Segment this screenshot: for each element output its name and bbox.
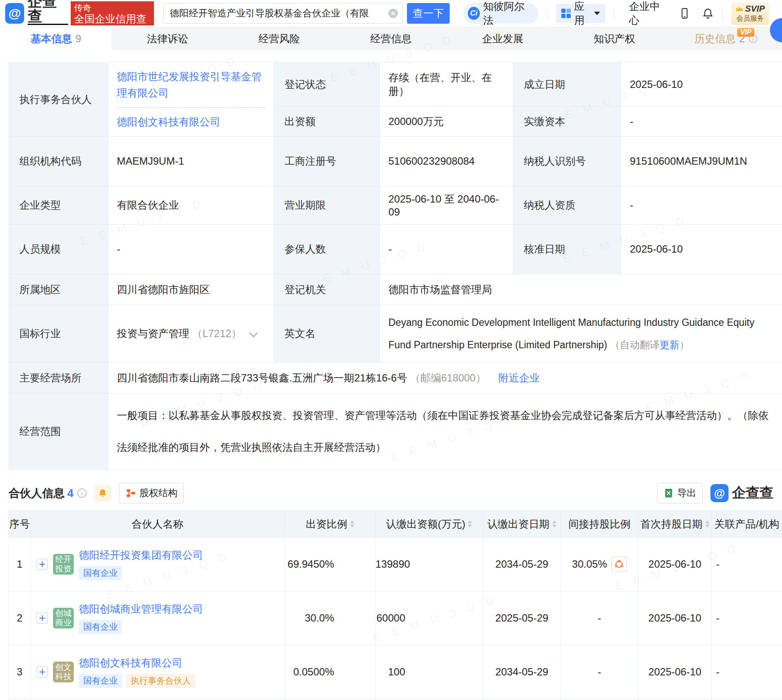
- enterprise-center-link[interactable]: 企业中心: [629, 0, 667, 27]
- apps-dropdown[interactable]: 应用: [556, 4, 605, 23]
- tax-id-label: 纳税人识别号: [513, 137, 621, 186]
- establish-date-label: 成立日期: [513, 62, 621, 106]
- svip-member-service[interactable]: SVIP 会员服务: [731, 2, 769, 25]
- divider: [614, 7, 614, 19]
- expand-plus-icon[interactable]: [37, 666, 48, 678]
- taxpayer-qual-value: -: [621, 186, 782, 225]
- tab-development[interactable]: 企业发展: [447, 27, 559, 50]
- industry-code: （L7212）: [192, 328, 242, 339]
- tab-count: 9: [75, 33, 81, 45]
- translate-update-link[interactable]: 更新: [660, 339, 679, 350]
- clear-search-icon[interactable]: [388, 9, 398, 18]
- exec-partner-link-1[interactable]: 德阳市世纪发展投资引导基金管理有限公司: [117, 69, 265, 101]
- related-value: -: [712, 591, 782, 645]
- tab-basic-info[interactable]: 基本信息 9: [0, 27, 112, 50]
- tab-intellectual-property[interactable]: 知识产权: [559, 27, 670, 50]
- partner-company-link[interactable]: 德阳创文科技有限公司: [79, 656, 182, 669]
- expand-plus-icon[interactable]: [37, 559, 48, 570]
- company-type-value: 有限合伙企业: [108, 186, 274, 225]
- partner-company-link[interactable]: 德阳创城商业管理有限公司: [79, 603, 203, 616]
- state-owned-tag: 国有企业: [79, 674, 122, 688]
- vip-badge: VIP: [737, 28, 754, 37]
- excel-icon: [663, 488, 674, 498]
- zhibi-alpha-link[interactable]: Ci 知彼阿尔法: [463, 3, 538, 24]
- chevron-down-icon[interactable]: [249, 328, 258, 341]
- business-term-value: 2025-06-10 至 2040-06-09: [380, 186, 513, 225]
- first-date-value: 2025-06-10: [638, 591, 712, 645]
- search-button[interactable]: 查一下: [407, 3, 450, 24]
- svip-label: SVIP: [745, 4, 765, 14]
- first-date-value: 2025-06-10: [638, 645, 712, 699]
- ratio-value: 0.0500%: [285, 645, 375, 699]
- export-label: 导出: [677, 487, 696, 500]
- top-header: @ 企查查 Qcc.com 传奇 全国企业信用查询 查一下 Ci 知彼阿尔法 应…: [0, 0, 782, 27]
- state-owned-tag: 国有企业: [79, 620, 122, 634]
- english-name-label: 英文名: [274, 305, 380, 362]
- expand-plus-icon[interactable]: [37, 612, 48, 624]
- row-seq: 1: [9, 538, 31, 591]
- business-scope-value: 一般项目：以私募基金从事股权投资、投资管理、资产管理等活动（须在中国证券投资基金…: [117, 400, 773, 463]
- export-button[interactable]: 导出: [657, 483, 703, 503]
- avatar-line2: 科技: [55, 672, 72, 681]
- executive-partner-tag: 执行事务合伙人: [126, 674, 195, 688]
- reg-status-label: 登记状态: [274, 62, 380, 106]
- avatar: 经开投资: [53, 554, 74, 575]
- subscribe-bell-button[interactable]: [94, 484, 111, 502]
- notification-bell-icon[interactable]: [702, 7, 714, 19]
- tab-operating-info[interactable]: 经营信息: [335, 27, 447, 50]
- sort-icon[interactable]: [468, 520, 472, 528]
- table-row: 3 创文科技 德阳创文科技有限公司 国有企业 执行事务合伙人 0.0500% 1…: [9, 645, 782, 699]
- tab-history[interactable]: 历史信息 2 VIP: [670, 27, 782, 50]
- subscribe-date-value: 2034-05-29: [483, 645, 561, 699]
- tab-operating-risk[interactable]: 经营风险: [223, 27, 335, 50]
- tab-legal[interactable]: 法律诉讼: [112, 27, 223, 50]
- col-label: 出资比例: [306, 517, 347, 531]
- col-label: 认缴出资日期: [488, 517, 550, 531]
- state-owned-tag: 国有企业: [79, 566, 122, 580]
- divider: [723, 7, 723, 19]
- org-chart-icon: [125, 488, 136, 498]
- qcc-brand-watermark: @ 企查查: [710, 484, 773, 503]
- col-related: 关联产品/机构: [712, 511, 782, 538]
- business-term-label: 营业期限: [274, 186, 380, 225]
- amount-value: 139890: [375, 538, 483, 591]
- table-row: 2 创城商业 德阳创城商业管理有限公司 国有企业 30.0% 60000 202…: [9, 591, 782, 645]
- divider: [117, 107, 265, 108]
- capital-value: 200000万元: [380, 106, 513, 137]
- equity-structure-button[interactable]: 股权结构: [119, 483, 184, 503]
- sort-icon[interactable]: [552, 520, 557, 528]
- address-value: 四川省德阳市泰山南路二段733号银鑫.五洲广场一期21栋16-6号: [117, 372, 407, 384]
- partner-company-link[interactable]: 德阳经开投资集团有限公司: [79, 549, 203, 562]
- mobile-app-icon[interactable]: [679, 7, 691, 19]
- ratio-value: 30.0%: [285, 591, 375, 645]
- exec-partner-link-2[interactable]: 德阳创文科技有限公司: [117, 114, 265, 130]
- indirect-ratio-value: -: [561, 645, 638, 699]
- staff-size-value: -: [108, 225, 274, 274]
- sort-icon[interactable]: [350, 520, 354, 528]
- related-value: -: [712, 645, 782, 699]
- indirect-ratio-value: 30.05%: [572, 558, 607, 570]
- approval-date-label: 核准日期: [513, 225, 621, 274]
- industry-label: 国标行业: [9, 305, 108, 362]
- org-code-label: 组织机构代码: [9, 137, 108, 186]
- table-row: 1 经开投资 德阳经开投资集团有限公司 国有企业 69.9450% 139890…: [9, 538, 782, 591]
- bell-icon: [97, 488, 108, 498]
- nearby-companies-link[interactable]: 附近企业: [498, 372, 540, 384]
- insured-count-label: 参保人数: [274, 225, 380, 274]
- avatar: 创文科技: [53, 662, 74, 682]
- tab-label: 法律诉讼: [147, 32, 188, 46]
- partners-count: 4: [67, 487, 73, 500]
- related-value: -: [712, 538, 782, 591]
- insured-count-value: -: [380, 225, 513, 274]
- tax-id-value: 91510600MAEMJ9UM1N: [621, 137, 782, 186]
- divider: [547, 7, 547, 19]
- info-icon[interactable]: [77, 488, 87, 498]
- avatar-line1: 创文: [55, 662, 72, 672]
- qcc-logo-icon: @: [5, 3, 24, 24]
- col-label: 认缴出资额(万元): [386, 517, 466, 531]
- promo-line1: 传奇: [74, 3, 150, 13]
- equity-penetration-icon[interactable]: [611, 556, 627, 572]
- sort-icon[interactable]: [705, 520, 710, 528]
- search-input[interactable]: [163, 3, 403, 24]
- company-type-label: 企业类型: [9, 186, 108, 225]
